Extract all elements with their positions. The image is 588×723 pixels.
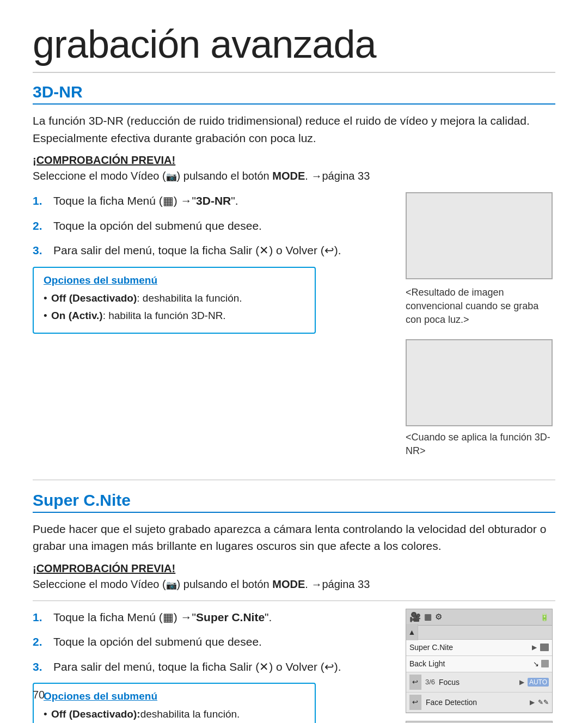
section-3d-title: 3D-NR [33, 83, 555, 105]
step-text-1: Toque la ficha Menú (▦) →"3D-NR". [53, 192, 238, 210]
cam-val-focus: AUTO [528, 678, 549, 687]
step-super-num-3: 3. [33, 658, 48, 676]
cam-val-face: ✎✎ [538, 699, 549, 706]
step-super-2: 2. Toque la opción del submenú que desee… [33, 633, 387, 651]
cam-icon-video: 🎥 [409, 611, 421, 623]
check-desc-3d: Seleccione el modo Vídeo (📷) pulsando el… [33, 170, 555, 182]
image-col-3d: <Resultado de imagen convencional cuando… [403, 192, 555, 458]
section-super-title: Super C.Nite [33, 491, 555, 513]
image-box-3d-bottom [406, 339, 553, 426]
step-3d-1: 1. Toque la ficha Menú (▦) →"3D-NR". [33, 192, 387, 210]
steps-col-3d: 1. Toque la ficha Menú (▦) →"3D-NR". 2. … [33, 192, 387, 339]
step-3d-3: 3. Para salir del menú, toque la ficha S… [33, 242, 387, 259]
cam-label-backlight: Back Light [409, 659, 531, 668]
section-super-desc: Puede hacer que el sujeto grabado aparez… [33, 520, 555, 555]
step-super-text-2: Toque la opción del submenú que desee. [53, 633, 262, 651]
cam-nav-up-icon[interactable]: ▲ [406, 624, 418, 640]
page-number: 70 [33, 689, 45, 701]
steps-col-super: 1. Toque la ficha Menú (▦) →"Super C.Nit… [33, 609, 387, 723]
image-caption-3d-top: <Resultado de imagen convencional cuando… [406, 286, 553, 327]
section-3d-nr: 3D-NR La función 3D-NR (reducción de rui… [33, 83, 555, 458]
step-num-1: 1. [33, 192, 48, 210]
submenu-box-super: Opciones del submenú Off (Desactivado):d… [33, 683, 316, 723]
camera-menu-top: 🎥 ▦ ⚙ 🔋 [406, 609, 552, 626]
image-box-3d-top [406, 192, 553, 279]
cam-val-icon-super [540, 644, 549, 651]
cam-val-backlight: ↘ [533, 660, 539, 668]
check-desc-super: Seleccione el modo Vídeo (📷) pulsando el… [33, 578, 555, 591]
cam-row-face-detection[interactable]: ↩ Face Detection ▶ ✎✎ [406, 693, 552, 713]
cam-arrow-face: ▶ [530, 699, 535, 706]
cam-label-face: Face Detection [426, 698, 528, 707]
step-super-3: 3. Para salir del menú, toque la ficha S… [33, 658, 387, 676]
submenu-title-3d: Opciones del submenú [44, 274, 305, 286]
image-caption-3d-bottom: <Cuando se aplica la función 3D-NR> [406, 431, 553, 458]
cam-label-super-cnite: Super C.Nite [409, 643, 530, 652]
step-super-text-3: Para salir del menú, toque la ficha Sali… [53, 658, 341, 676]
page-title: grabación avanzada [33, 22, 555, 73]
check-label-super: ¡COMPROBACIÓN PREVIA! [33, 562, 555, 575]
section-3d-desc: La función 3D-NR (reducción de ruido tri… [33, 112, 555, 146]
check-label-3d: ¡COMPROBACIÓN PREVIA! [33, 154, 555, 167]
steps-and-image-3d: 1. Toque la ficha Menú (▦) →"3D-NR". 2. … [33, 192, 555, 458]
submenu-item-3d-2: On (Activ.): habilita la función 3D-NR. [44, 308, 305, 324]
step-text-2: Toque la opción del submenú que desee. [53, 217, 262, 235]
camera-menu: 🎥 ▦ ⚙ 🔋 ▲ Super C.Nite ▶ Back Light ↘ [406, 609, 553, 713]
cam-row-backlight[interactable]: Back Light ↘ [406, 656, 552, 672]
step-3d-2: 2. Toque la opción del submenú que desee… [33, 217, 387, 235]
step-num-3: 3. [33, 242, 48, 259]
cam-val-icon-backlight [541, 660, 549, 667]
submenu-title-super: Opciones del submenú [44, 690, 305, 702]
cam-row-page: ↩ 3/6 Focus ▶ AUTO [406, 672, 552, 693]
step-super-num-1: 1. [33, 609, 48, 626]
step-super-num-2: 2. [33, 633, 48, 651]
cam-icon-battery: 🔋 [540, 613, 549, 621]
step-text-3: Para salir del menú, toque la ficha Sali… [53, 242, 341, 259]
cam-back-icon[interactable]: ↩ [409, 675, 421, 690]
submenu-item-super-1: Off (Desactivado):deshabilita la función… [44, 707, 305, 722]
cam-arrow-focus: ▶ [519, 678, 524, 686]
submenu-box-3d: Opciones del submenú Off (Desactivado): … [33, 267, 316, 334]
cam-icon-settings: ⚙ [435, 612, 442, 622]
cam-row-super-cnite[interactable]: Super C.Nite ▶ [406, 640, 552, 656]
submenu-item-3d-1: Off (Desactivado): deshabilita la funció… [44, 291, 305, 307]
camera-popup: 🎥 Super C.Nite ✕ ▲ ▦ Off ✓ ▦ Normal [406, 721, 553, 723]
cam-arrow-super: ▶ [532, 644, 537, 651]
inner-divider [33, 601, 555, 601]
cam-icon-menu: ▦ [424, 612, 432, 622]
step-num-2: 2. [33, 217, 48, 235]
cam-back-icon2[interactable]: ↩ [409, 695, 421, 710]
step-super-1: 1. Toque la ficha Menú (▦) →"Super C.Nit… [33, 609, 387, 626]
cam-nav-up-row: ▲ [406, 626, 552, 640]
step-super-text-1: Toque la ficha Menú (▦) →"Super C.Nite". [53, 609, 272, 626]
camera-ui-col: 🎥 ▦ ⚙ 🔋 ▲ Super C.Nite ▶ Back Light ↘ [403, 609, 555, 723]
steps-and-image-super: 1. Toque la ficha Menú (▦) →"Super C.Nit… [33, 609, 555, 723]
section-divider [33, 480, 555, 480]
section-super-cnite: Super C.Nite Puede hacer que el sujeto g… [33, 491, 555, 723]
cam-page-indicator: 3/6 [424, 678, 437, 686]
cam-label-focus: Focus [439, 678, 517, 687]
